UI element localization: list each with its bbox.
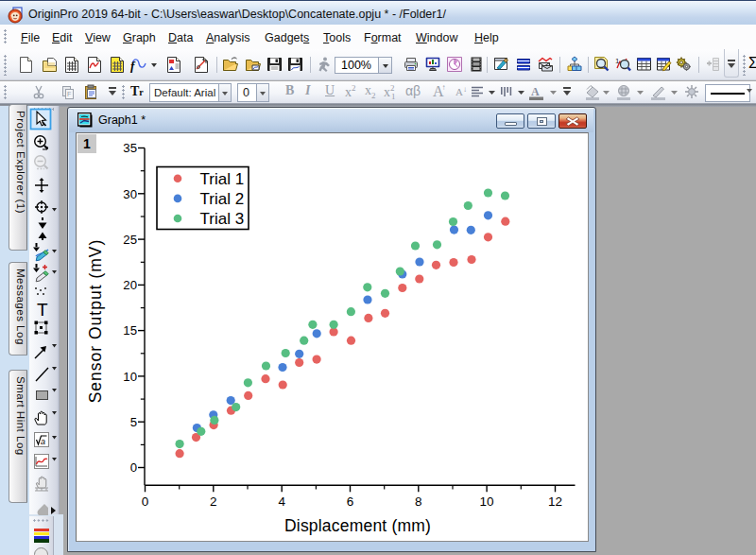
svg-text:10: 10 [123, 370, 137, 384]
svg-text:T: T [37, 300, 48, 320]
svg-text:5: 5 [130, 415, 137, 429]
svg-text:Sensor Output (mV): Sensor Output (mV) [86, 239, 105, 404]
svg-text:4: 4 [278, 494, 285, 509]
svg-text:30: 30 [123, 187, 137, 201]
svg-text:10: 10 [480, 494, 494, 509]
svg-text:35: 35 [123, 141, 137, 155]
svg-text:A: A [531, 85, 540, 98]
svg-text:8: 8 [415, 494, 422, 509]
svg-text:f: f [130, 59, 136, 73]
svg-text:2: 2 [210, 494, 217, 509]
svg-text:Displacement (mm): Displacement (mm) [284, 516, 431, 535]
svg-text:15: 15 [123, 323, 137, 338]
svg-text:Trial 2: Trial 2 [200, 190, 245, 208]
svg-text:a: a [41, 437, 45, 446]
svg-text:1: 1 [615, 57, 620, 65]
svg-text:F: F [67, 91, 71, 97]
svg-text:6: 6 [347, 494, 354, 509]
svg-text:Trial 3: Trial 3 [200, 210, 245, 228]
svg-text:20: 20 [123, 278, 137, 292]
svg-text:0: 0 [130, 460, 137, 475]
svg-text:12: 12 [548, 494, 562, 509]
svg-text:0: 0 [142, 494, 149, 509]
svg-text:25: 25 [123, 233, 137, 247]
svg-text:Trial 1: Trial 1 [200, 170, 245, 188]
